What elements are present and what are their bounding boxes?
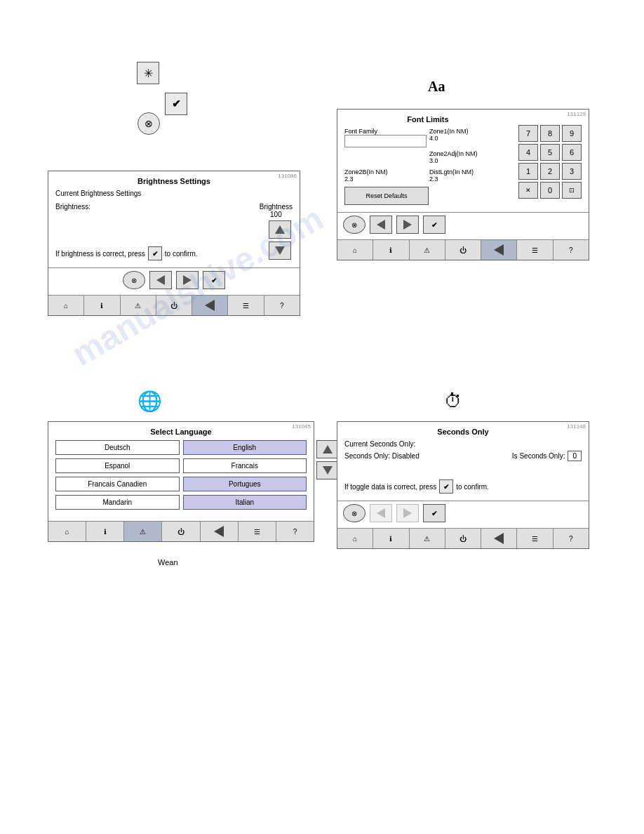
checkmark-icon-top: ✔ xyxy=(165,93,187,115)
brightness-down-btn[interactable] xyxy=(269,241,291,260)
globe-icon: 🌐 xyxy=(137,392,162,411)
brightness-panel: 131066 Brightness Settings Current Brigh… xyxy=(48,171,300,316)
lang-francais-canadien[interactable]: Francais Canadien xyxy=(55,477,180,491)
lang-nav-warning[interactable]: ⚠ xyxy=(124,522,162,541)
lang-nav-back[interactable] xyxy=(201,522,239,541)
numpad-5[interactable]: 5 xyxy=(540,144,560,161)
seconds-nav-home[interactable]: ⌂ xyxy=(337,529,373,548)
seconds-confirm-suffix: to confirm. xyxy=(456,483,489,491)
brightness-label: Brightness: xyxy=(55,203,90,218)
seconds-nav-back[interactable] xyxy=(481,529,517,548)
numpad-3[interactable]: 3 xyxy=(562,163,582,180)
lang-italian[interactable]: Italian xyxy=(183,495,307,510)
brightness-back-btn[interactable] xyxy=(149,271,172,289)
seconds-nav-warning[interactable]: ⚠ xyxy=(410,529,445,548)
font-forward-btn[interactable] xyxy=(396,216,419,234)
font-cancel-btn[interactable]: ⊗ xyxy=(343,216,365,234)
numpad-7[interactable]: 7 xyxy=(518,125,538,142)
font-nav-home[interactable]: ⌂ xyxy=(337,240,373,260)
nav-back[interactable] xyxy=(192,296,228,315)
seconds-confirm-text: If toggle data is correct, press xyxy=(344,483,436,491)
zone2adj-label: Zone2Adj(In NM) xyxy=(429,150,511,157)
brightness-number: 100 xyxy=(260,211,293,218)
font-nav-power[interactable]: ⏻ xyxy=(445,240,481,260)
numpad-2[interactable]: 2 xyxy=(540,163,560,180)
nav-warning[interactable]: ⚠ xyxy=(121,296,156,315)
toggle-value[interactable]: 0 xyxy=(568,451,582,461)
numpad-8[interactable]: 8 xyxy=(540,125,560,142)
brightness-forward-btn[interactable] xyxy=(176,271,199,289)
lang-francais[interactable]: Francais xyxy=(183,458,307,473)
numpad-4[interactable]: 4 xyxy=(518,144,538,161)
cancel-icon-top: ⊗ xyxy=(137,112,160,135)
lang-espanol[interactable]: Espanol xyxy=(55,458,180,473)
font-nav-info[interactable]: ℹ xyxy=(373,240,409,260)
lang-scroll-down[interactable] xyxy=(316,461,339,479)
lang-mandarin[interactable]: Mandarin xyxy=(55,495,180,510)
seconds-subtitle: Current Seconds Only: xyxy=(344,440,582,448)
numpad-9[interactable]: 9 xyxy=(562,125,582,142)
seconds-nav-info[interactable]: ℹ xyxy=(373,529,409,548)
stopwatch-icon: ⏱ xyxy=(444,392,462,410)
lang-nav-home[interactable]: ⌂ xyxy=(48,522,86,541)
brightness-confirm-text: If brightness is correct, press xyxy=(55,250,145,258)
font-icon: Aa xyxy=(428,79,445,95)
lang-scroll-up[interactable] xyxy=(316,440,339,458)
lang-nav-help[interactable]: ? xyxy=(276,522,314,541)
font-panel-title: Font Limits xyxy=(344,112,511,124)
seconds-panel-title: Seconds Only xyxy=(344,425,582,436)
font-back-btn[interactable] xyxy=(370,216,392,234)
language-panel: 131045 Select Language Deutsch English E… xyxy=(48,421,314,542)
numpad-6[interactable]: 6 xyxy=(562,144,582,161)
numpad-0[interactable]: 0 xyxy=(540,182,560,199)
nav-info[interactable]: ℹ xyxy=(84,296,120,315)
distlgtn-value: 2.3 xyxy=(429,176,511,183)
zone2b-value: 2.3 xyxy=(344,176,427,183)
lang-portugues[interactable]: Portugues xyxy=(183,477,307,491)
seconds-cancel-btn[interactable]: ⊗ xyxy=(343,504,365,522)
nav-help[interactable]: ? xyxy=(264,296,300,315)
seconds-nav-help[interactable]: ? xyxy=(554,529,589,548)
brightness-icon: ✳ xyxy=(137,62,159,84)
brightness-panel-id: 131066 xyxy=(278,173,297,179)
font-nav-menu[interactable]: ☰ xyxy=(517,240,553,260)
lang-nav-menu[interactable]: ☰ xyxy=(239,522,276,541)
seconds-panel-id: 131148 xyxy=(567,423,586,430)
lang-nav-info[interactable]: ℹ xyxy=(86,522,124,541)
font-limits-panel: 131129 Font Limits Font Family Zone1(In … xyxy=(337,109,589,260)
lang-deutsch[interactable]: Deutsch xyxy=(55,440,180,455)
lang-panel-title: Select Language xyxy=(55,425,307,436)
zone1-label: Zone1(In NM) xyxy=(429,128,511,135)
zone1-value: 4.0 xyxy=(429,135,511,142)
nav-power[interactable]: ⏻ xyxy=(156,296,192,315)
brightness-confirm-suffix: to confirm. xyxy=(165,250,198,258)
brightness-value-label: Brightness xyxy=(260,203,293,211)
lang-nav-power[interactable]: ⏻ xyxy=(162,522,200,541)
font-nav-help[interactable]: ? xyxy=(554,240,589,260)
is-seconds-label: Is Seconds Only: xyxy=(512,452,565,460)
seconds-nav-menu[interactable]: ☰ xyxy=(517,529,553,548)
numpad-confirm[interactable]: ⊡ xyxy=(562,182,582,199)
brightness-up-btn[interactable] xyxy=(269,220,291,239)
font-nav-back[interactable] xyxy=(481,240,517,260)
font-family-label: Font Family xyxy=(344,128,427,135)
brightness-confirm-btn[interactable]: ✔ xyxy=(203,271,225,289)
reset-defaults-btn[interactable]: Reset Defaults xyxy=(344,187,429,205)
seconds-confirm-btn[interactable]: ✔ xyxy=(423,504,445,522)
brightness-subtitle: Current Brightness Settings xyxy=(55,190,293,197)
nav-home[interactable]: ⌂ xyxy=(48,296,84,315)
font-nav-warning[interactable]: ⚠ xyxy=(410,240,445,260)
lang-english[interactable]: English xyxy=(183,440,307,455)
wean-label: Wean xyxy=(158,558,178,567)
zone2adj-value: 3.0 xyxy=(429,157,511,164)
brightness-panel-title: Brightness Settings xyxy=(55,174,293,185)
zone2b-label: Zone2B(In NM) xyxy=(344,168,427,176)
font-confirm-btn[interactable]: ✔ xyxy=(423,216,445,234)
seconds-disabled-label: Seconds Only: Disabled xyxy=(344,452,420,460)
font-panel-id: 131129 xyxy=(567,111,586,117)
nav-menu[interactable]: ☰ xyxy=(228,296,264,315)
seconds-nav-power[interactable]: ⏻ xyxy=(445,529,481,548)
brightness-cancel-btn[interactable]: ⊗ xyxy=(123,271,145,289)
numpad-x[interactable]: ✕ xyxy=(518,182,538,199)
numpad-1[interactable]: 1 xyxy=(518,163,538,180)
